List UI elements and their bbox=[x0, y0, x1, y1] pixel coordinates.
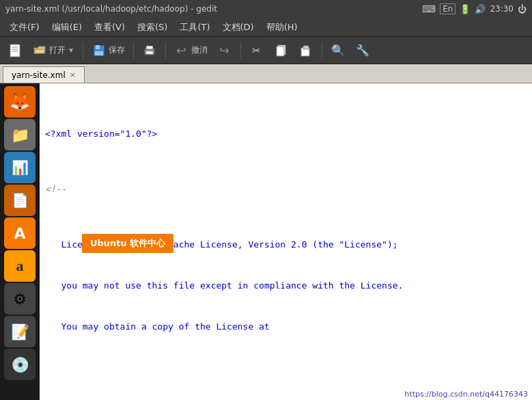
firefox-icon: 🦊 bbox=[10, 92, 30, 111]
menu-file[interactable]: 文件(F) bbox=[4, 19, 45, 36]
code-line-2: <!-- bbox=[45, 183, 527, 196]
lang-indicator: En bbox=[440, 3, 456, 14]
open-button[interactable]: 打开 ▼ bbox=[29, 41, 78, 60]
undo-button[interactable]: ↩ 撤消 bbox=[171, 41, 211, 60]
settings-icon: ⚙ bbox=[13, 291, 27, 308]
bottom-bar: https://blog.csdn.net/q44176343 bbox=[400, 388, 532, 400]
menu-search[interactable]: 搜索(S) bbox=[132, 19, 173, 36]
power-icon: ⏻ bbox=[518, 4, 527, 14]
volume-icon: 🔊 bbox=[475, 4, 486, 14]
cd-icon: 💿 bbox=[11, 356, 29, 373]
separator-2 bbox=[133, 42, 134, 59]
files-icon: 📁 bbox=[11, 126, 29, 144]
writer-icon: 📄 bbox=[12, 192, 29, 209]
sidebar-amazon[interactable]: a bbox=[4, 250, 36, 282]
xml-version-text: <?xml version="1.0"?> bbox=[45, 129, 157, 139]
titlebar-icons: ⌨ En 🔋 🔊 23:30 ⏻ bbox=[422, 3, 527, 14]
paste-icon bbox=[298, 43, 313, 58]
main-area: 🦊 📁 📊 📄 A a ⚙ 📝 💿 bbox=[0, 83, 532, 400]
sidebar-calc[interactable]: 📊 bbox=[4, 152, 36, 183]
print-icon bbox=[142, 43, 157, 58]
code-line-1: <?xml version="1.0"?> bbox=[45, 127, 527, 141]
tools-button[interactable]: 🔧 bbox=[352, 41, 374, 60]
separator-1 bbox=[83, 42, 83, 59]
clock: 23:30 bbox=[490, 4, 514, 14]
sidebar-firefox[interactable]: 🦊 bbox=[4, 86, 36, 118]
save-icon bbox=[92, 43, 107, 58]
sidebar-files[interactable]: 📁 bbox=[4, 119, 36, 150]
tab-close-button[interactable]: × bbox=[70, 70, 76, 79]
battery-icon: 🔋 bbox=[460, 4, 471, 14]
menu-edit[interactable]: 编辑(E) bbox=[46, 19, 87, 36]
svg-rect-6 bbox=[95, 51, 103, 55]
open-dropdown-icon[interactable]: ▼ bbox=[68, 46, 74, 54]
svg-rect-8 bbox=[146, 46, 153, 49]
find-button[interactable]: 🔍 bbox=[327, 41, 349, 60]
copy-icon bbox=[274, 43, 289, 58]
menu-tools[interactable]: 工具(T) bbox=[174, 19, 215, 36]
open-icon bbox=[32, 43, 47, 58]
sidebar: 🦊 📁 📊 📄 A a ⚙ 📝 💿 bbox=[0, 83, 40, 400]
svg-rect-13 bbox=[303, 46, 309, 49]
separator-4 bbox=[240, 42, 241, 59]
cut-button[interactable]: ✂ bbox=[246, 41, 268, 60]
new-icon bbox=[8, 43, 23, 58]
license-line-2: you may not use this file except in comp… bbox=[45, 280, 403, 291]
code-line-5: You may obtain a copy of the License at bbox=[45, 320, 527, 334]
open-label: 打开 bbox=[49, 44, 66, 56]
amazon-icon: a bbox=[16, 257, 24, 275]
paste-button[interactable] bbox=[295, 41, 317, 60]
tabbar: yarn-site.xml × bbox=[0, 64, 532, 83]
status-url-suffix: 44176343 bbox=[490, 390, 528, 399]
tools-icon: 🔧 bbox=[355, 43, 370, 58]
save-label: 保存 bbox=[109, 44, 125, 56]
menubar: 文件(F) 编辑(E) 查看(V) 搜索(S) 工具(T) 文档(D) 帮助(H… bbox=[0, 18, 532, 37]
tab-yarn-site[interactable]: yarn-site.xml × bbox=[3, 66, 85, 83]
status-url: https://blog.csdn.net/q bbox=[404, 390, 490, 399]
menu-help[interactable]: 帮助(H) bbox=[261, 19, 303, 36]
redo-icon: ↪ bbox=[217, 43, 232, 58]
svg-rect-0 bbox=[10, 44, 20, 57]
code-line-6 bbox=[45, 362, 527, 375]
menu-docs[interactable]: 文档(D) bbox=[217, 19, 260, 36]
cut-icon: ✂ bbox=[249, 43, 264, 58]
titlebar-left: yarn-site.xml (/usr/local/hadoop/etc/had… bbox=[5, 4, 217, 14]
sidebar-software-center[interactable]: A bbox=[4, 217, 36, 249]
toolbar: 打开 ▼ 保存 ↩ 撤消 ↪ ✂ bbox=[0, 37, 532, 64]
sidebar-settings[interactable]: ⚙ bbox=[4, 283, 36, 315]
redo-button[interactable]: ↪ bbox=[214, 41, 236, 60]
undo-label: 撤消 bbox=[191, 44, 208, 56]
comment-open: <!-- bbox=[45, 184, 66, 194]
editor-area[interactable]: Ubuntu 软件中心 <?xml version="1.0"?> <!-- L… bbox=[40, 83, 532, 400]
new-button[interactable] bbox=[4, 41, 26, 60]
copy-button[interactable] bbox=[270, 41, 292, 60]
print-button[interactable] bbox=[139, 41, 160, 60]
titlebar: yarn-site.xml (/usr/local/hadoop/etc/had… bbox=[0, 0, 532, 18]
tab-filename: yarn-site.xml bbox=[12, 70, 66, 80]
gedit-icon: 📝 bbox=[11, 323, 29, 341]
calc-icon: 📊 bbox=[12, 159, 29, 176]
menu-view[interactable]: 查看(V) bbox=[89, 19, 130, 36]
code-line-4: you may not use this file except in comp… bbox=[45, 279, 527, 293]
separator-3 bbox=[165, 42, 166, 59]
svg-rect-5 bbox=[96, 45, 100, 49]
sidebar-gedit[interactable]: 📝 bbox=[4, 316, 36, 347]
license-line-3: You may obtain a copy of the License at bbox=[45, 321, 270, 332]
undo-icon: ↩ bbox=[174, 43, 189, 58]
svg-rect-11 bbox=[277, 46, 284, 56]
svg-rect-9 bbox=[146, 51, 153, 54]
software-center-icon: A bbox=[14, 225, 25, 242]
find-icon: 🔍 bbox=[331, 43, 346, 58]
ubuntu-tooltip: Ubuntu 软件中心 bbox=[82, 234, 173, 253]
sidebar-cd[interactable]: 💿 bbox=[4, 349, 36, 380]
keyboard-icon: ⌨ bbox=[422, 3, 436, 14]
sidebar-writer[interactable]: 📄 bbox=[4, 185, 36, 216]
titlebar-title: yarn-site.xml (/usr/local/hadoop/etc/had… bbox=[5, 4, 217, 14]
separator-5 bbox=[322, 42, 322, 59]
save-button[interactable]: 保存 bbox=[88, 41, 128, 60]
